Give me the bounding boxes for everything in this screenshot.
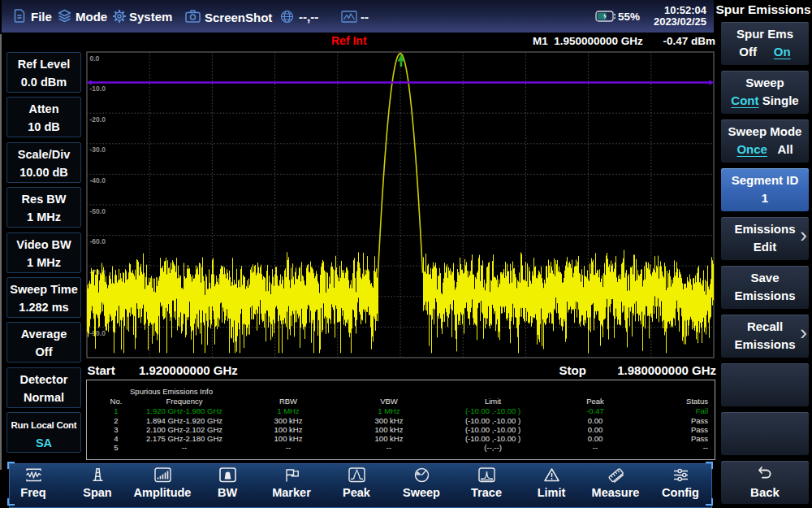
- svg-text:Start: Start: [88, 363, 115, 377]
- svg-text:1.980000000 GHz: 1.980000000 GHz: [617, 363, 716, 377]
- svg-text:-0.47 dBm: -0.47 dBm: [663, 35, 715, 47]
- svg-text:Ref Int: Ref Int: [331, 34, 367, 47]
- svg-text:0.0: 0.0: [90, 54, 100, 63]
- svg-text:-90.0: -90.0: [90, 329, 106, 337]
- svg-text:-60.0: -60.0: [90, 237, 106, 245]
- svg-text:M1 1.950000000 GHz: M1 1.950000000 GHz: [533, 35, 643, 47]
- svg-text:Stop: Stop: [559, 363, 586, 377]
- svg-text:1.920000000 GHz: 1.920000000 GHz: [139, 363, 238, 377]
- svg-text:-50.0: -50.0: [90, 207, 106, 215]
- svg-text:-20.0: -20.0: [90, 115, 106, 124]
- svg-text:-40.0: -40.0: [90, 176, 106, 185]
- svg-text:-30.0: -30.0: [90, 145, 106, 154]
- svg-text:-10.0: -10.0: [90, 85, 106, 93]
